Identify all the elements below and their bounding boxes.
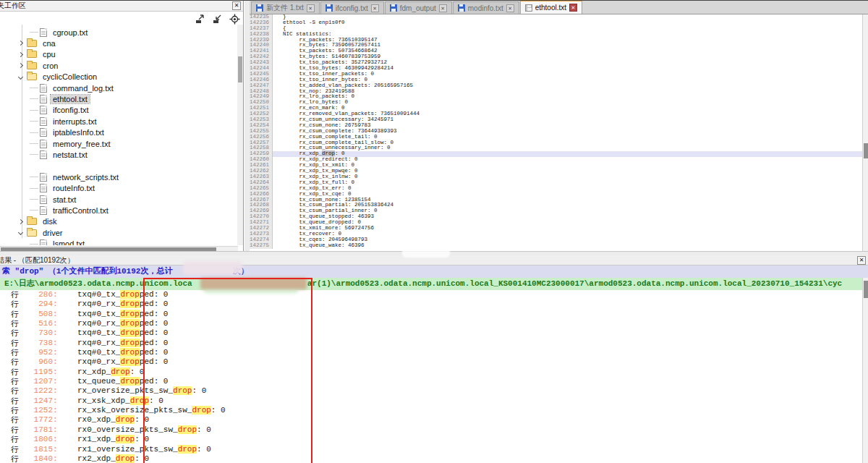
results-close-icon[interactable]: ✕ [857,256,866,265]
tree-file-lsmod.txt[interactable]: lsmod.txt [0,239,238,245]
search-summary-line[interactable]: 索 "drop" （1个文件中匹配到10192次，总计 次） [0,266,868,278]
result-file-path[interactable]: E:\日志\armod0523.odata.ncmp.unicom.loca a… [0,278,868,290]
result-colon: : [53,435,77,444]
tree-file-interrupts.txt[interactable]: interrupts.txt [0,116,238,127]
collapse-all-icon[interactable] [212,14,223,25]
line-text: rx_xdp_tx_mpwqe: 0 [283,168,358,174]
tree-file-iptablesInfo.txt[interactable]: iptablesInfo.txt [0,127,238,138]
result-row-line-1207[interactable]: 行1207:tx_queue_dropped: 0 [0,377,862,386]
tree-item-label: cna [41,39,58,48]
tree-file-ethtool.txt[interactable]: ethtool.txt [0,93,238,104]
tab-close-icon[interactable]: ✕ [371,4,379,12]
results-vertical-scrollbar-thumb[interactable] [864,281,868,298]
editor-vertical-scrollbar[interactable] [862,14,868,251]
result-row-line-952[interactable]: 行952:txq#0_tx_dropped: 0 [0,348,862,357]
tree-file-netstat.txt[interactable]: netstat.txt [0,149,238,160]
line-text: rx_csum_complete_tail_slow: 0 [283,140,393,145]
line-text: tx_tso_inner_bytes: 0 [283,77,367,82]
editor-line[interactable]: 142236ethtool -S enp1s0f0 [250,20,862,26]
tree-vertical-scrollbar-thumb[interactable] [238,56,242,82]
result-line-number: 286 [19,290,53,300]
result-row-line-1815[interactable]: 行1815:rx1_oversize_pkts_sw_drop: 0 [0,445,862,454]
tree-folder-driver[interactable]: driver [0,227,238,238]
tree-file-routeInfo.txt[interactable]: routeInfo.txt [0,183,238,194]
editor-line[interactable]: 142272 tx_xmit_more: 569724756 [250,226,862,232]
chevron-down-icon[interactable] [18,230,23,235]
tree-folder-cyclicCollection[interactable]: cyclicCollection [0,72,238,82]
folder-icon [27,40,37,47]
result-row-line-1772[interactable]: 行1772:rx0_xdp_drop: 0 [0,415,862,425]
locate-current-file-icon[interactable] [229,14,240,25]
result-colon: : [53,454,77,463]
vertical-splitter[interactable] [244,1,250,255]
line-word: 行 [0,445,19,454]
tab-ethtool.txt[interactable]: ethtool.txt✕ [520,0,582,14]
tree-folder-cron[interactable]: cron [0,60,238,71]
tree-file-ifconfig.txt[interactable]: ifconfig.txt [0,105,238,116]
tree-connector [30,98,38,99]
results-vertical-scrollbar[interactable] [862,278,868,463]
line-word: 行 [0,425,19,435]
expand-all-icon[interactable] [195,14,205,25]
tree-connector [30,132,38,133]
tab-close-icon[interactable]: ✕ [569,4,577,12]
result-row-line-1840[interactable]: 行1840:rx2_xdp_drop: 0 [0,454,862,463]
result-row-line-1247[interactable]: 行1247:rx_xsk_xdp_drop: 0 [0,396,862,406]
tab-close-icon[interactable]: ✕ [307,4,315,12]
tree-folder-disk[interactable]: disk [0,216,238,227]
editor-vertical-scrollbar-thumb[interactable] [864,143,868,158]
tree-folder-cpu[interactable]: cpu [0,49,238,60]
tree-connector [30,244,38,245]
tab-close-icon[interactable]: ✕ [506,4,514,12]
result-row-line-294[interactable]: 行294:rxq#0_rx_dropped: 0 [0,300,862,309]
tab-ifconfig.txt[interactable]: ifconfig.txt✕ [320,1,384,14]
result-row-line-516[interactable]: 行516:rxq#0_rx_dropped: 0 [0,319,862,328]
result-file-path-post: ar(1)\armod0523.odata.ncmp.unicom.local_… [307,279,842,288]
result-row-line-1252[interactable]: 行1252:rx_xsk_oversize_pkts_sw_drop: 0 [0,406,862,415]
result-row-line-1806[interactable]: 行1806:rx1_xdp_drop: 0 [0,435,862,444]
result-text: txq#0_tx_dropped: 0 [77,348,168,357]
tree-folder-cna[interactable]: cna [0,38,238,48]
chevron-right-icon[interactable] [18,219,23,224]
folder-open-icon [27,229,37,237]
workspace-close-icon[interactable]: ✕ [232,1,241,10]
file-icon [40,84,47,93]
editor-line[interactable]: 142237{ [250,26,862,32]
result-row-line-1222[interactable]: 行1222:rx_oversize_pkts_sw_drop: 0 [0,386,862,396]
tree-file-command_log.txt[interactable]: command_log.txt [0,82,238,93]
result-row-line-730[interactable]: 行730:txq#0_tx_dropped: 0 [0,328,862,338]
save-state-icon [256,4,263,12]
tree-item-label: memory_free.txt [51,140,112,148]
result-row-line-1195[interactable]: 行1195:rx_xdp_drop: 0 [0,368,862,377]
tab-modinfo.txt[interactable]: modinfo.txt✕ [453,1,519,14]
result-text: txq#0_tx_dropped: 0 [77,290,168,300]
save-state-icon [390,4,397,12]
tab-fdm_output[interactable]: fdm_output✕ [385,1,452,14]
tree-file-trafficControl.txt[interactable]: trafficControl.txt [0,205,238,216]
result-row-line-508[interactable]: 行508:txq#0_tx_dropped: 0 [0,310,862,319]
editor-line[interactable]: 142275 tx_queue_wake: 46396 [250,243,862,249]
line-text: tx_cqes: 204596498793 [283,237,367,242]
chevron-right-icon[interactable] [18,52,23,57]
chevron-down-icon[interactable] [18,75,23,80]
line-text: { [283,25,286,31]
tree-file-network_scripts.txt[interactable]: network_scripts.txt [0,171,238,182]
tab-close-icon[interactable]: ✕ [439,4,447,12]
tree-file-memory_free.txt[interactable]: memory_free.txt [0,138,238,149]
file-icon [40,128,47,137]
result-row-line-960[interactable]: 行960:rxq#0_rx_dropped: 0 [0,357,862,367]
tree-vertical-scrollbar[interactable] [237,25,243,245]
tab-label: ifconfig.txt [336,4,368,12]
chevron-right-icon[interactable] [18,63,23,68]
result-line-number: 1222 [19,386,53,396]
tab-新文件-1.txt[interactable]: 新文件 1.txt✕ [251,1,320,14]
tree-file-cgroup.txt[interactable]: cgroup.txt [0,27,238,38]
result-row-line-1781[interactable]: 行1781:rx0_oversize_pkts_sw_drop: 0 [0,425,862,435]
tree-file-stat.txt[interactable]: stat.txt [0,194,238,205]
chevron-right-icon[interactable] [18,41,23,46]
line-text: rx_bytes: 735960572057411 [283,42,380,48]
line-text: tx_added_vlan_packets: 205165957165 [283,82,413,88]
result-row-line-286[interactable]: 行286:txq#0_tx_dropped: 0 [0,290,862,300]
editor-content[interactable]: 142235}142236ethtool -S enp1s0f0142237{1… [250,14,862,251]
result-row-line-738[interactable]: 行738:rxq#0_rx_dropped: 0 [0,339,862,348]
